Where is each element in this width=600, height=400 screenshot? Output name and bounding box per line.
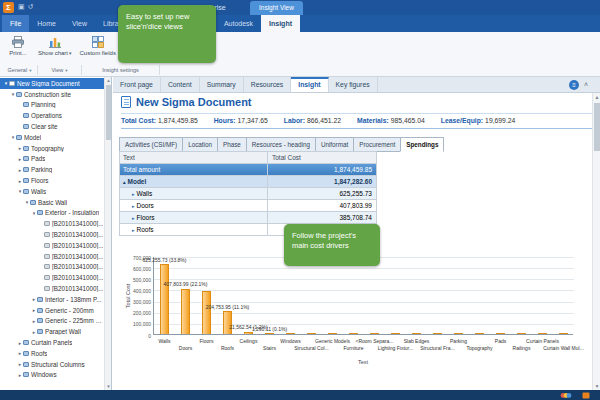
pivot-tab-spendings[interactable]: Spendings: [400, 137, 444, 152]
ribbon-tab-autodesk[interactable]: Autodesk: [216, 15, 261, 32]
column-header-text[interactable]: Text: [120, 152, 268, 163]
doc-tab-content[interactable]: Content: [161, 77, 200, 92]
ribbon-button-print[interactable]: Print...: [2, 34, 34, 66]
chart-bar-curtain-wall-mul[interactable]: [559, 333, 568, 334]
doc-tab-key-figures[interactable]: Key figures: [329, 77, 378, 92]
doc-tab-insight[interactable]: Insight: [291, 77, 328, 92]
scroll-down-icon[interactable]: ▼: [105, 383, 112, 390]
scrollbar-thumb[interactable]: [106, 85, 111, 140]
pivot-tab-resources-heading[interactable]: Resources - heading: [246, 137, 316, 152]
tree-item-b20101341000[interactable]: [B20101341000]...: [0, 229, 105, 240]
pivot-tab-activities-csi-mf[interactable]: Activities (CSI/MF): [119, 137, 183, 152]
tree-item-b20101341000[interactable]: [B20101341000]...: [0, 251, 105, 262]
palette-icon[interactable]: [560, 392, 572, 399]
tree-item-b20101341000[interactable]: [B20101341000]...: [0, 262, 105, 273]
ribbon-button-label-row: Custom fields: [80, 50, 116, 56]
scroll-up-icon[interactable]: ▲: [593, 93, 600, 101]
chart-bar-structural-fra[interactable]: [433, 333, 442, 334]
contextual-tab-header[interactable]: Insight View: [250, 1, 303, 15]
tree-item-exterior-insulation[interactable]: ▾Exterior - Insulation: [0, 208, 105, 219]
tree-item-generic-225mm-c[interactable]: ▸Generic - 225mm C...: [0, 316, 105, 327]
ribbon-button-custom-fields[interactable]: Custom fields: [76, 34, 120, 66]
scrollbar-thumb[interactable]: [594, 103, 600, 151]
doc-tab-resources[interactable]: Resources: [244, 77, 292, 92]
expand-icon[interactable]: ▸: [132, 212, 135, 223]
tree-item-b20101341000[interactable]: [B20101341000]...: [0, 272, 105, 283]
tree-item-new-sigma-document[interactable]: ▾New Sigma Document: [0, 78, 105, 89]
tree-item-clear-site[interactable]: Clear site: [0, 121, 105, 132]
chart-bar-railings[interactable]: [517, 333, 526, 334]
tree-item-interior-138mm-p[interactable]: ▸Interior - 138mm P...: [0, 294, 105, 305]
doc-tab-summary[interactable]: Summary: [200, 77, 244, 92]
tree-item-label: [B20101341000]...: [52, 220, 103, 227]
expand-icon[interactable]: ▸: [132, 188, 135, 199]
chart-bar-structural-col[interactable]: [307, 333, 316, 334]
quick-access-toolbar[interactable]: ▣↺: [18, 3, 36, 11]
menu-circle-icon[interactable]: ≡: [569, 80, 579, 90]
tree-item-b20101341000[interactable]: [B20101341000]...: [0, 283, 105, 294]
tree-item-operations[interactable]: Operations: [0, 110, 105, 121]
chart-bar-furniture[interactable]: [349, 333, 358, 334]
tree-item-windows[interactable]: ▸Windows: [0, 370, 105, 381]
doc-tab-front-page[interactable]: Front page: [113, 77, 161, 92]
tree-scrollbar[interactable]: ▲ ▼: [104, 77, 111, 390]
tree-item-walls[interactable]: ▾Walls: [0, 186, 105, 197]
tree-item-roofs[interactable]: ▸Roofs: [0, 348, 105, 359]
title-bar: Σ ▣↺ Sigma Enterprise Insight View: [0, 0, 600, 15]
chart-bar-parking[interactable]: [454, 333, 463, 334]
chart-bar-curtain-panels[interactable]: [538, 333, 547, 334]
tree-item-planning[interactable]: Planning: [0, 100, 105, 111]
chart-bar-room-separa[interactable]: [370, 333, 379, 334]
ribbon-tab-view[interactable]: View: [64, 15, 95, 32]
ribbon-button-show-chart[interactable]: Show chart▾: [34, 34, 76, 66]
theme-icon[interactable]: [582, 392, 590, 399]
ribbon-tab-insight[interactable]: Insight: [261, 15, 300, 32]
tree-item-parking[interactable]: ▸Parking: [0, 164, 105, 175]
tree-item-curtain-panels[interactable]: ▸Curtain Panels: [0, 337, 105, 348]
ribbon-tab-home[interactable]: Home: [29, 15, 64, 32]
table-row-walls[interactable]: ▸Walls625,255.73: [120, 188, 376, 200]
table-row-total-amount[interactable]: Total amount1,874,459.85: [120, 164, 376, 176]
chart-bar-doors[interactable]: [181, 289, 190, 334]
tree-item-b20101341000[interactable]: [B20101341000]...: [0, 240, 105, 251]
chart-bar-lighting-fixtur[interactable]: [391, 333, 400, 334]
tree-item-construction-site[interactable]: ▾Construction site: [0, 89, 105, 100]
pivot-tab-location[interactable]: Location: [182, 137, 218, 152]
chart-bar-generic-models[interactable]: [328, 333, 337, 334]
collapse-icon[interactable]: ▴: [123, 176, 126, 187]
table-row-model[interactable]: ▴Model1,847,282.60: [120, 176, 376, 188]
pivot-tab-procurement[interactable]: Procurement: [353, 137, 401, 152]
table-row-doors[interactable]: ▸Doors407,803.99: [120, 200, 376, 212]
ribbon-tab-file[interactable]: File: [2, 15, 29, 32]
chart-bar-slab-edges[interactable]: [412, 333, 421, 334]
pivot-tab-uniformat[interactable]: Uniformat: [315, 137, 354, 152]
tree-item-generic-200mm[interactable]: ▸Generic - 200mm: [0, 305, 105, 316]
tree-item-b20101341000[interactable]: [B20101341000]...: [0, 218, 105, 229]
pivot-tab-phase[interactable]: Phase: [217, 137, 247, 152]
chart-bar-stairs[interactable]: [265, 333, 274, 334]
scroll-down-icon[interactable]: ▼: [593, 382, 600, 390]
column-header-total-cost[interactable]: Total Cost: [268, 152, 376, 163]
expand-icon[interactable]: ▸: [132, 224, 135, 235]
chart-bar-pads[interactable]: [496, 333, 505, 334]
chart-bar-windows[interactable]: [286, 333, 295, 334]
plot-area: 625,255.73 (33.8%)Walls407,803.99 (22.1%…: [153, 257, 573, 335]
chart-bar-roofs[interactable]: [223, 311, 232, 334]
tree-item-parapet-wall[interactable]: ▸Parapet Wall: [0, 326, 105, 337]
chart-bar-walls[interactable]: [160, 264, 169, 334]
chart-bar-topography[interactable]: [475, 333, 484, 334]
chart-bar-ceilings[interactable]: [244, 332, 253, 334]
tree-item-structural-columns[interactable]: ▸Structural Columns: [0, 359, 105, 370]
tree-item-topography[interactable]: ▸Topography: [0, 143, 105, 154]
expand-icon[interactable]: ▸: [132, 200, 135, 211]
table-row-floors[interactable]: ▸Floors385,708.74: [120, 212, 376, 224]
tree-item-basic-wall[interactable]: ▾Basic Wall: [0, 197, 105, 208]
tree-item-floors[interactable]: ▸Floors: [0, 175, 105, 186]
tree-item-model[interactable]: ▾Model: [0, 132, 105, 143]
collapse-chevron-icon[interactable]: ˄: [584, 80, 588, 90]
main-scrollbar[interactable]: ▲ ▼: [592, 93, 600, 390]
scroll-up-icon[interactable]: ▲: [105, 77, 112, 84]
chart-bar-floors[interactable]: [202, 291, 211, 334]
ribbon-tab-bar: FileHomeViewLibrariesAutodeskInsight: [0, 15, 600, 32]
tree-item-pads[interactable]: ▸Pads: [0, 154, 105, 165]
